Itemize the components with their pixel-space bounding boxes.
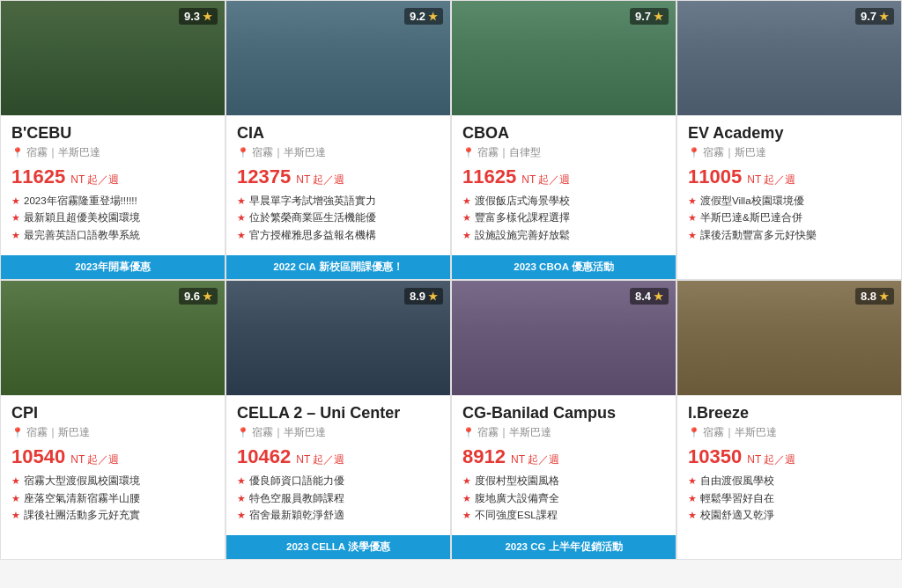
- rating-star-icon: ★: [654, 290, 663, 303]
- card-image-cella: 8.9 ★: [226, 281, 450, 395]
- price-unit: NT 起／週: [296, 173, 344, 186]
- rating-badge: 9.7 ★: [630, 8, 669, 25]
- feature-item: ★ 早晨單字考試增強英語實力: [237, 194, 440, 208]
- feature-item: ★ 校園舒適又乾淨: [688, 508, 891, 522]
- school-price: 10462 NT 起／週: [237, 445, 440, 468]
- star-bullet-icon: ★: [688, 492, 697, 505]
- location-pin-icon: 📍: [688, 147, 700, 158]
- feature-item: ★ 優良師資口語能力優: [237, 474, 440, 488]
- star-bullet-icon: ★: [11, 474, 20, 488]
- price-unit: NT 起／週: [747, 453, 795, 466]
- feature-item: ★ 位於繁榮商業區生活機能優: [237, 210, 440, 224]
- school-location: 📍 宿霧｜半斯巴達: [11, 145, 214, 160]
- card-footer-cella: 2023 CELLA 淡學優惠: [226, 535, 450, 559]
- school-name: B'CEBU: [11, 124, 214, 143]
- feature-item: ★ 輕鬆學習好自在: [688, 491, 891, 505]
- features-list: ★ 渡假飯店式海景學校 ★ 豐富多樣化課程選擇 ★ 設施設施完善好放鬆: [462, 194, 665, 245]
- location-pin-icon: 📍: [462, 427, 475, 438]
- feature-item: ★ 腹地廣大設備齊全: [462, 491, 665, 505]
- star-bullet-icon: ★: [11, 492, 20, 505]
- feature-item: ★ 豐富多樣化課程選擇: [462, 210, 665, 224]
- school-name: CBOA: [462, 124, 665, 143]
- star-bullet-icon: ★: [688, 211, 697, 224]
- rating-star-icon: ★: [654, 11, 663, 23]
- school-price: 11625 NT 起／週: [462, 165, 665, 188]
- school-location: 📍 宿霧｜半斯巴達: [688, 425, 891, 440]
- price-unit: NT 起／週: [511, 453, 559, 466]
- card-cpi[interactable]: 9.6 ★ CPI 📍 宿霧｜斯巴達 10540 NT 起／週 ★ 宿霧大型渡假…: [0, 280, 226, 560]
- school-price: 10350 NT 起／週: [688, 445, 891, 468]
- card-cg[interactable]: 8.4 ★ CG-Banilad Campus 📍 宿霧｜半斯巴達 8912 N…: [451, 280, 676, 560]
- school-price: 10540 NT 起／週: [11, 445, 214, 468]
- location-pin-icon: 📍: [11, 147, 24, 158]
- rating-badge: 9.7 ★: [855, 8, 894, 25]
- school-name: CIA: [237, 124, 440, 143]
- card-body-cella: CELLA 2 – Uni Center 📍 宿霧｜半斯巴達 10462 NT …: [226, 395, 450, 530]
- card-ev[interactable]: 9.7 ★ EV Academy 📍 宿霧｜斯巴達 11005 NT 起／週 ★…: [676, 0, 902, 280]
- price-unit: NT 起／週: [747, 173, 795, 186]
- rating-badge: 8.4 ★: [630, 288, 669, 305]
- school-name: EV Academy: [688, 124, 891, 143]
- rating-star-icon: ★: [428, 290, 438, 303]
- star-bullet-icon: ★: [11, 229, 20, 242]
- star-bullet-icon: ★: [688, 229, 697, 242]
- features-list: ★ 度假村型校園風格 ★ 腹地廣大設備齊全 ★ 不同強度ESL課程: [462, 474, 665, 525]
- school-name: CG-Banilad Campus: [462, 404, 665, 423]
- star-bullet-icon: ★: [462, 492, 471, 505]
- card-ibreeze[interactable]: 8.8 ★ I.Breeze 📍 宿霧｜半斯巴達 10350 NT 起／週 ★ …: [676, 280, 902, 560]
- card-body-cia: CIA 📍 宿霧｜半斯巴達 12375 NT 起／週 ★ 早晨單字考試增強英語實…: [226, 115, 450, 250]
- feature-item: ★ 自由渡假風學校: [688, 474, 891, 488]
- school-price: 12375 NT 起／週: [237, 165, 440, 188]
- rating-badge: 9.2 ★: [404, 8, 443, 25]
- card-image-bcebu: 9.3 ★: [1, 1, 225, 115]
- features-list: ★ 優良師資口語能力優 ★ 特色空服員教師課程 ★ 宿舍最新穎乾淨舒適: [237, 474, 440, 525]
- feature-item: ★ 度假村型校園風格: [462, 474, 665, 488]
- rating-star-icon: ★: [879, 290, 889, 303]
- feature-item: ★ 渡假型Villa校園環境優: [688, 194, 891, 208]
- school-name: CPI: [11, 404, 214, 423]
- card-body-bcebu: B'CEBU 📍 宿霧｜半斯巴達 11625 NT 起／週 ★ 2023年宿霧隆…: [1, 115, 225, 250]
- school-location: 📍 宿霧｜斯巴達: [688, 145, 891, 160]
- school-location: 📍 宿霧｜半斯巴達: [237, 145, 440, 160]
- star-bullet-icon: ★: [237, 474, 246, 488]
- rating-star-icon: ★: [203, 11, 212, 23]
- star-bullet-icon: ★: [237, 509, 246, 522]
- feature-item: ★ 特色空服員教師課程: [237, 491, 440, 505]
- rating-badge: 8.9 ★: [404, 288, 443, 305]
- location-pin-icon: 📍: [462, 147, 475, 158]
- card-footer-bcebu: 2023年開幕優惠: [1, 255, 225, 279]
- features-list: ★ 早晨單字考試增強英語實力 ★ 位於繁榮商業區生活機能優 ★ 官方授權雅思多益…: [237, 194, 440, 245]
- location-pin-icon: 📍: [11, 427, 24, 438]
- card-image-ibreeze: 8.8 ★: [677, 281, 901, 395]
- rating-badge: 9.3 ★: [179, 8, 218, 25]
- star-bullet-icon: ★: [11, 195, 20, 208]
- school-location: 📍 宿霧｜自律型: [462, 145, 665, 160]
- location-pin-icon: 📍: [237, 427, 249, 438]
- rating-star-icon: ★: [428, 11, 438, 23]
- location-pin-icon: 📍: [237, 147, 249, 158]
- star-bullet-icon: ★: [462, 474, 471, 488]
- school-price: 11005 NT 起／週: [688, 165, 891, 188]
- card-cia[interactable]: 9.2 ★ CIA 📍 宿霧｜半斯巴達 12375 NT 起／週 ★ 早晨單字考…: [226, 0, 451, 280]
- card-image-cg: 8.4 ★: [452, 281, 676, 395]
- price-unit: NT 起／週: [70, 173, 119, 186]
- star-bullet-icon: ★: [237, 492, 246, 505]
- card-footer-cboa: 2023 CBOA 優惠活動: [452, 255, 676, 279]
- school-name: I.Breeze: [688, 404, 891, 423]
- feature-item: ★ 渡假飯店式海景學校: [462, 194, 665, 208]
- feature-item: ★ 官方授權雅思多益報名機構: [237, 228, 440, 242]
- card-cboa[interactable]: 9.7 ★ CBOA 📍 宿霧｜自律型 11625 NT 起／週 ★ 渡假飯店式…: [451, 0, 676, 280]
- feature-item: ★ 設施設施完善好放鬆: [462, 228, 665, 242]
- price-unit: NT 起／週: [70, 453, 119, 466]
- card-bcebu[interactable]: 9.3 ★ B'CEBU 📍 宿霧｜半斯巴達 11625 NT 起／週 ★ 20…: [0, 0, 226, 280]
- card-body-ev: EV Academy 📍 宿霧｜斯巴達 11005 NT 起／週 ★ 渡假型Vi…: [677, 115, 901, 279]
- features-list: ★ 2023年宿霧隆重登場!!!!!! ★ 最新穎且超優美校園環境 ★ 最完善英…: [11, 194, 214, 245]
- card-cella[interactable]: 8.9 ★ CELLA 2 – Uni Center 📍 宿霧｜半斯巴達 104…: [226, 280, 451, 560]
- features-list: ★ 自由渡假風學校 ★ 輕鬆學習好自在 ★ 校園舒適又乾淨: [688, 474, 891, 554]
- card-body-cboa: CBOA 📍 宿霧｜自律型 11625 NT 起／週 ★ 渡假飯店式海景學校 ★…: [452, 115, 676, 250]
- card-image-cpi: 9.6 ★: [1, 281, 225, 395]
- feature-item: ★ 宿霧大型渡假風校園環境: [11, 474, 214, 488]
- star-bullet-icon: ★: [11, 509, 20, 522]
- star-bullet-icon: ★: [11, 211, 20, 224]
- card-image-cia: 9.2 ★: [226, 1, 450, 115]
